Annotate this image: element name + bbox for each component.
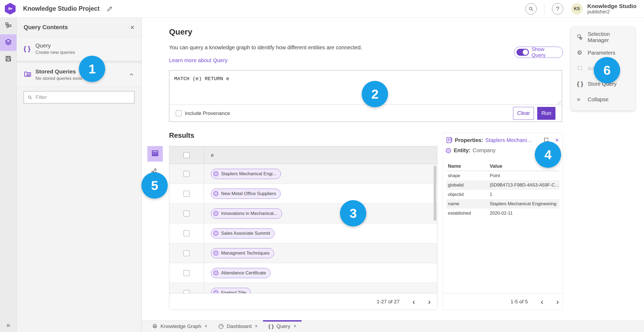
entity-dot-icon	[213, 211, 218, 216]
entity-dot-icon	[213, 191, 218, 196]
entity-swatch-icon	[446, 148, 451, 153]
user-block: Knowledge Studio publisher2	[587, 3, 636, 15]
add-to-icon	[577, 65, 588, 72]
props-page-prev-button[interactable]: ‹	[541, 298, 543, 306]
braces-icon: { }	[24, 45, 35, 53]
row-checkbox[interactable]	[184, 270, 189, 276]
entity-dot-icon	[213, 171, 218, 176]
include-provenance-label: Include Provenance	[185, 110, 230, 116]
menu-item-collapse[interactable]: » Collapse	[571, 92, 635, 107]
search-button[interactable]	[525, 3, 537, 14]
table-row[interactable]: Staplers Mechanical Engi...	[169, 164, 437, 184]
col-name: Name	[446, 163, 486, 169]
row-checkbox[interactable]	[184, 290, 189, 293]
entity-pill[interactable]: New Metal Office Suppliers	[211, 189, 281, 199]
toggle-label: Show Query	[532, 46, 559, 58]
search-icon	[28, 95, 32, 100]
close-tab-icon[interactable]: ×	[204, 323, 207, 329]
topbar-actions: ? KS Knowledge Studio publisher2	[525, 3, 636, 15]
expand-rail-button[interactable]: »	[0, 321, 17, 329]
entity-pill[interactable]: Sales Associate Summit	[211, 228, 275, 238]
close-tab-icon[interactable]: ×	[255, 323, 258, 329]
dashboard-icon	[218, 323, 224, 329]
show-query-toggle[interactable]: Show Query	[514, 47, 563, 58]
entity-pill[interactable]: Staplers Mechanical Engi...	[211, 169, 281, 179]
gear-icon: ⚙	[577, 49, 588, 56]
selection-manager-icon	[577, 34, 588, 40]
clear-button[interactable]: Clear	[513, 107, 534, 120]
item-label: Stored Queries	[35, 68, 82, 75]
tab-query[interactable]: { } Query ×	[263, 320, 302, 332]
entity-value: Company	[473, 147, 496, 154]
property-row: established 2020-02-11	[446, 208, 559, 218]
panel-spacer	[17, 61, 141, 63]
entity-label: Entity:	[454, 147, 470, 154]
close-properties-icon[interactable]: ×	[555, 137, 559, 143]
properties-doc-icon	[446, 137, 453, 144]
run-button[interactable]: Run	[537, 107, 555, 120]
rail-item-hierarchy[interactable]	[0, 18, 17, 34]
user-name: Knowledge Studio	[587, 3, 636, 9]
table-scrollbar[interactable]	[434, 166, 436, 221]
save-icon	[5, 55, 12, 63]
entity-pill[interactable]: Innovations in Mechanical...	[211, 208, 282, 219]
item-sublabel: No stored queries exist	[35, 76, 82, 81]
row-checkbox[interactable]	[184, 191, 189, 197]
table-row[interactable]: Managment Techniques	[169, 243, 437, 263]
entity-pill[interactable]: Attendance Certificate	[211, 268, 270, 278]
avatar[interactable]: KS	[571, 3, 583, 14]
layers-icon	[5, 38, 12, 47]
user-role: publisher2	[587, 9, 636, 15]
rail-item-layers[interactable]	[0, 34, 17, 51]
entity-pill[interactable]: Firebird Title	[211, 288, 251, 293]
property-row: shape Point	[446, 171, 559, 180]
table-row[interactable]: New Metal Office Suppliers	[169, 184, 437, 204]
table-row[interactable]: Attendance Certificate	[169, 263, 437, 283]
table-row[interactable]: Innovations in Mechanical...	[169, 204, 437, 223]
row-checkbox[interactable]	[184, 171, 189, 177]
table-view-button[interactable]	[147, 146, 163, 162]
entity-label: Firebird Title	[221, 290, 246, 293]
annotation-circle-1: 1	[79, 56, 105, 82]
row-checkbox[interactable]	[184, 250, 189, 256]
query-editor-footer: Include Provenance Clear Run	[169, 105, 562, 122]
rail-item-save[interactable]	[0, 51, 17, 68]
row-checkbox[interactable]	[184, 230, 189, 236]
include-provenance-checkbox[interactable]	[176, 110, 182, 116]
table-row[interactable]: Firebird Title	[169, 283, 437, 293]
table-row[interactable]: Sales Associate Summit	[169, 223, 437, 243]
entity-label: Managment Techniques	[221, 251, 269, 256]
chevron-up-icon[interactable]	[129, 72, 134, 78]
sidebar-item-query[interactable]: { } Query Create new queries	[17, 37, 141, 61]
help-button[interactable]: ?	[552, 3, 563, 14]
page-prev-button[interactable]: ‹	[412, 298, 415, 306]
braces-icon: { }	[268, 323, 274, 329]
table-icon	[151, 150, 159, 158]
edit-title-icon[interactable]	[107, 6, 113, 12]
entity-dot-icon	[213, 290, 218, 293]
filter-input[interactable]	[36, 94, 130, 100]
close-panel-icon[interactable]: ×	[130, 24, 134, 31]
app-logo-icon[interactable]	[5, 3, 16, 15]
toggle-switch-icon	[517, 49, 529, 56]
results-table: e Staplers Mechanical Engi... New Metal …	[169, 146, 437, 310]
menu-item-selection-manager[interactable]: Selection Manager	[571, 29, 635, 45]
resize-handle[interactable]	[557, 100, 561, 104]
help-icon: ?	[556, 5, 559, 12]
topbar-divider	[544, 3, 544, 14]
annotation-circle-5: 5	[141, 172, 168, 199]
properties-entity-link[interactable]: Staplers Mechanic...	[485, 137, 532, 143]
select-all-checkbox[interactable]	[184, 152, 189, 158]
entity-dot-icon	[213, 231, 218, 236]
close-tab-icon[interactable]: ×	[294, 323, 297, 329]
annotation-circle-3: 3	[340, 200, 366, 226]
tab-dashboard[interactable]: Dashboard ×	[213, 320, 263, 332]
row-checkbox[interactable]	[184, 211, 189, 217]
props-page-next-button[interactable]: ›	[556, 298, 559, 306]
entity-pill[interactable]: Managment Techniques	[211, 248, 274, 258]
page-next-button[interactable]: ›	[428, 298, 431, 306]
query-description: You can query a knowledge graph to ident…	[169, 44, 362, 51]
tab-knowledge-graph[interactable]: Knowledge Graph ×	[147, 320, 213, 332]
learn-more-link[interactable]: Learn more about Query	[169, 57, 228, 64]
entity-label: New Metal Office Suppliers	[221, 191, 276, 196]
